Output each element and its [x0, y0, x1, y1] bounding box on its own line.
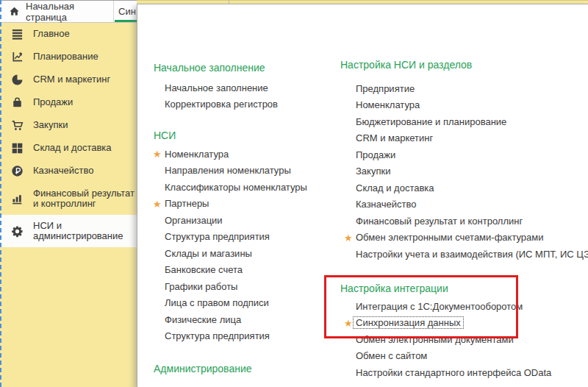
sidebar-item-warehouse[interactable]: Склад и доставка	[0, 137, 137, 160]
sidebar-item-financial-result[interactable]: Финансовый результат и контроллинг	[0, 182, 137, 215]
menu-item[interactable]: Физические лица	[154, 311, 307, 328]
pie-chart-icon	[10, 74, 24, 87]
menu-item[interactable]: ★Партнеры	[154, 196, 307, 213]
sidebar-item-label: Закупки	[33, 120, 137, 131]
sidebar-item-main[interactable]: Главное	[0, 23, 137, 46]
menu-section-items: Предприятие Номенклатура Бюджетирование …	[345, 80, 588, 263]
tab-home-page[interactable]: Начальная страница	[0, 1, 114, 22]
sidebar-item-label: Склад и доставка	[33, 143, 137, 154]
home-icon	[9, 6, 20, 17]
sidebar-item-crm[interactable]: CRM и маркетинг	[0, 68, 137, 91]
sidebar-item-label: Казначейство	[33, 166, 137, 177]
menu-item[interactable]: Организации	[154, 212, 307, 229]
menu-item[interactable]: CRM и маркетинг	[345, 130, 588, 147]
sidebar-item-sales[interactable]: Продажи	[0, 91, 137, 114]
section-title: Начальное заполнение	[154, 60, 265, 75]
menu-item[interactable]: Структура предприятия	[154, 328, 307, 345]
favorite-star-icon[interactable]: ★	[344, 232, 353, 242]
favorite-star-icon[interactable]: ★	[153, 149, 162, 159]
menu-item[interactable]: Начальное заполнение	[154, 79, 278, 96]
menu-item[interactable]: Обмен электронными документами	[345, 331, 551, 348]
tab-label: Син	[118, 6, 136, 17]
grid-icon	[10, 142, 24, 155]
section-title: НСИ	[154, 128, 176, 143]
bar-chart-icon	[10, 192, 24, 205]
ruble-circle-icon	[10, 165, 24, 178]
favorite-star-icon[interactable]: ★	[344, 318, 353, 327]
menu-item[interactable]: Казначейство	[345, 196, 588, 213]
sidebar-item-label: Планирование	[33, 52, 137, 63]
sidebar-item-label: НСИ и администрирование	[33, 221, 137, 242]
bag-icon	[10, 96, 24, 110]
menu-item[interactable]: Номенклатура	[345, 97, 588, 114]
menu-item[interactable]: Лица с правом подписи	[154, 295, 307, 312]
section-title: Настройка НСИ и разделов	[340, 57, 472, 72]
menu-item[interactable]: Структура предприятия	[154, 229, 307, 246]
gear-icon	[10, 224, 24, 238]
menu-item[interactable]: Предприятие	[345, 80, 588, 97]
planning-chart-icon	[10, 51, 24, 64]
menu-item[interactable]: Склад и доставка	[345, 180, 588, 196]
menu-item[interactable]: Обмен с сайтом	[345, 348, 551, 365]
sidebar-item-label: CRM и маркетинг	[33, 74, 137, 85]
sidebar-item-planning[interactable]: Планирование	[0, 46, 137, 68]
sidebar-item-label: Главное	[33, 29, 137, 40]
sidebar-item-nsi-administration[interactable]: НСИ и администрирование	[0, 215, 137, 247]
menu-item[interactable]: Финансовый результат и контроллинг	[345, 213, 588, 230]
menu-item[interactable]: Склады и магазины	[154, 245, 307, 262]
shopping-cart-icon	[10, 119, 24, 132]
section-sidebar: Главное Планирование CRM и маркетинг Про…	[0, 23, 137, 387]
menu-item[interactable]: Корректировка регистров	[154, 96, 278, 113]
menu-item[interactable]: Закупки	[345, 163, 588, 180]
function-menu-panel: Начальное заполнение Начальное заполнени…	[137, 4, 588, 387]
menu-item[interactable]: Интеграция с 1С:Документооборотом	[345, 298, 551, 315]
menu-item[interactable]: Настройки учета и взаимодействия (ИС МПТ…	[345, 246, 588, 263]
section-title: Администрирование	[154, 361, 252, 376]
menu-section-items: ★Номенклатура Направления номенклатуры К…	[154, 146, 307, 344]
menu-item[interactable]: Настройки стандартного интерфейса OData	[345, 364, 551, 381]
menu-item[interactable]: Бюджетирование и планирование	[345, 113, 588, 130]
menu-item-data-sync[interactable]: ★Синхронизация данных	[345, 315, 551, 332]
sidebar-item-label: Продажи	[33, 97, 137, 108]
hamburger-menu-icon	[10, 28, 24, 41]
menu-item[interactable]: Графики работы	[154, 278, 307, 295]
sidebar-item-treasury[interactable]: Казначейство	[0, 160, 137, 182]
section-title: Настройка интеграции	[340, 281, 448, 296]
menu-section-items: Интеграция с 1С:Документооборотом ★Синхр…	[345, 298, 551, 381]
favorite-star-icon[interactable]: ★	[153, 199, 162, 208]
menu-item[interactable]: ★Обмен электронными счетами-фактурами	[345, 230, 588, 246]
focused-item-label: Синхронизация данных	[353, 316, 464, 329]
tab-label: Начальная страница	[26, 1, 113, 23]
menu-item[interactable]: ★Номенклатура	[154, 146, 307, 163]
menu-item[interactable]: Продажи	[345, 146, 588, 163]
menu-section-items: Начальное заполнение Корректировка регис…	[154, 79, 278, 113]
menu-item[interactable]: Направления номенклатуры	[154, 163, 307, 180]
menu-item[interactable]: Классификаторы номенклатуры	[154, 179, 307, 196]
menu-item[interactable]: Банковские счета	[154, 262, 307, 279]
sidebar-item-purchases[interactable]: Закупки	[0, 114, 137, 137]
tab-sync-clipped[interactable]: Син	[114, 1, 136, 22]
sidebar-item-label: Финансовый результат и контроллинг	[33, 188, 137, 210]
